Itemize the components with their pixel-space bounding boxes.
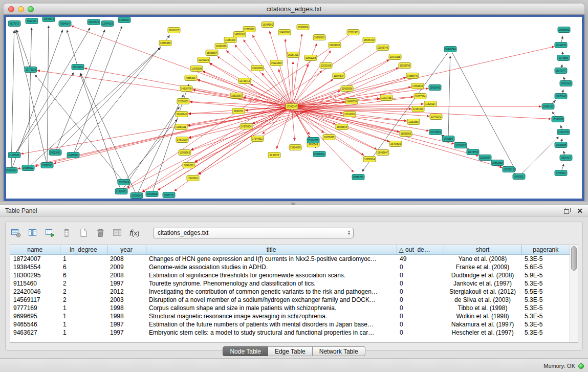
column-button[interactable] bbox=[60, 227, 73, 239]
graph-node[interactable]: 9554624 bbox=[59, 21, 71, 27]
delete-table-button[interactable] bbox=[94, 227, 106, 239]
graph-node[interactable]: 9546328 bbox=[183, 163, 195, 168]
graph-node[interactable]: 19013091 bbox=[49, 150, 61, 156]
network-canvas[interactable]: 1724034715123390169614251086128312021818… bbox=[6, 17, 582, 199]
table-select-dropdown[interactable]: citations_edges.txt ▲▼ bbox=[153, 228, 354, 238]
graph-node[interactable]: 16754836 bbox=[389, 141, 402, 147]
graph-node[interactable]: 12874019 bbox=[101, 21, 114, 27]
minimize-button[interactable] bbox=[18, 6, 24, 12]
graph-node[interactable]: 14636778 bbox=[180, 86, 192, 92]
graph-node[interactable]: 10196367 bbox=[454, 143, 467, 148]
graph-node[interactable]: 15820542 bbox=[429, 85, 441, 91]
table-scrollbar[interactable] bbox=[570, 245, 578, 342]
graph-node[interactable]: 15699310 bbox=[313, 151, 325, 157]
graph-node[interactable]: 11007537 bbox=[333, 73, 345, 79]
graph-node[interactable]: 10677514 bbox=[414, 94, 426, 99]
graph-node[interactable]: 12958564 bbox=[363, 157, 376, 162]
graph-node[interactable]: 9792556 bbox=[442, 136, 454, 142]
close-panel-icon[interactable]: ✕ bbox=[577, 208, 583, 214]
tab-network-table[interactable]: Network Table bbox=[313, 346, 365, 356]
graph-node[interactable]: 9886306 bbox=[185, 75, 197, 81]
graph-node[interactable]: 16959972 bbox=[67, 152, 79, 158]
table-row[interactable]: 946362711997Embryonic stem cells: a mode… bbox=[10, 329, 570, 337]
table-row[interactable]: 946554611997Estimation of the future num… bbox=[10, 320, 570, 329]
graph-node[interactable]: 14976160 bbox=[233, 32, 246, 37]
graph-node[interactable]: 19856757 bbox=[352, 174, 364, 180]
graph-node[interactable]: 11526114 bbox=[424, 101, 437, 107]
graph-node[interactable]: 8527973 bbox=[8, 21, 20, 27]
graph-node[interactable]: 15824090 bbox=[329, 42, 341, 48]
graph-node[interactable]: 16059395 bbox=[323, 135, 335, 140]
graph-node[interactable]: 15056804 bbox=[206, 50, 218, 56]
graph-node[interactable]: 10391209 bbox=[552, 117, 564, 122]
new-table-button[interactable] bbox=[77, 227, 90, 239]
column-header-short[interactable]: short bbox=[444, 245, 521, 255]
graph-node[interactable]: 14526000 bbox=[560, 81, 572, 86]
graph-node[interactable]: 9605775 bbox=[163, 192, 175, 198]
graph-node[interactable]: 7624504 bbox=[187, 176, 199, 181]
graph-node[interactable]: 12939304 bbox=[240, 124, 252, 129]
graph-node[interactable]: 12506746 bbox=[377, 45, 389, 51]
table-row[interactable]: 1872400712008Changes of HCN gene express… bbox=[10, 255, 570, 264]
graph-node[interactable]: 16344560 bbox=[262, 22, 274, 28]
column-header-out_degree[interactable]: △ out_de… bbox=[397, 245, 444, 255]
table-settings-button[interactable] bbox=[10, 227, 22, 239]
graph-node[interactable]: 15485647 bbox=[377, 150, 389, 156]
graph-node[interactable]: 16210009 bbox=[251, 65, 264, 71]
graph-node[interactable]: 15893959 bbox=[400, 131, 412, 137]
graph-node[interactable]: 12765022 bbox=[243, 27, 255, 32]
graph-node[interactable]: 12725712 bbox=[238, 78, 251, 84]
select-columns-button[interactable] bbox=[27, 227, 39, 239]
graph-node[interactable]: 23325434 bbox=[118, 180, 130, 185]
graph-node[interactable]: 9133378 bbox=[268, 152, 280, 158]
graph-node[interactable]: 17030598 bbox=[555, 142, 567, 148]
graph-node[interactable]: 10192573 bbox=[555, 42, 567, 48]
graph-node[interactable]: 16961425 bbox=[287, 52, 299, 58]
column-header-title[interactable]: title bbox=[146, 245, 397, 255]
graph-node[interactable]: 11279525 bbox=[8, 152, 20, 158]
graph-node[interactable]: 16208312 bbox=[313, 35, 325, 40]
graph-node[interactable]: 16778829 bbox=[429, 129, 442, 135]
zoom-button[interactable] bbox=[28, 6, 34, 12]
graph-node[interactable]: 9819424 bbox=[560, 155, 572, 161]
graph-node[interactable]: 6775632 bbox=[555, 170, 567, 176]
graph-node[interactable]: 11073755 bbox=[380, 95, 393, 101]
graph-node[interactable]: 10861283 bbox=[304, 55, 317, 61]
graph-node[interactable]: 15123390 bbox=[270, 60, 282, 66]
graph-node[interactable]: 19862583 bbox=[491, 160, 504, 166]
graph-node[interactable]: 10775536 bbox=[25, 67, 37, 73]
graph-node[interactable]: 14872009 bbox=[176, 137, 188, 143]
graph-node[interactable]: 17240347 bbox=[286, 104, 298, 110]
graph-node[interactable]: 11381111 bbox=[175, 124, 187, 130]
column-header-pagerank[interactable]: pagerank bbox=[521, 245, 570, 255]
graph-node[interactable]: 11152683 bbox=[407, 119, 420, 125]
graph-node[interactable]: 12610651 bbox=[177, 99, 189, 104]
graph-node[interactable]: 12242022 bbox=[198, 57, 210, 63]
graph-node[interactable]: 12161612 bbox=[412, 106, 424, 112]
scrollbar-thumb[interactable] bbox=[571, 246, 577, 271]
graph-node[interactable]: 16959974 bbox=[297, 25, 309, 30]
column-header-in_degree[interactable]: in_degree bbox=[60, 245, 107, 255]
graph-node[interactable]: 11073756 bbox=[467, 149, 479, 155]
window-titlebar[interactable]: citations_edges.txt bbox=[4, 4, 584, 15]
graph-node[interactable]: 17344532 bbox=[251, 136, 264, 142]
graph-node[interactable]: 18358260 bbox=[130, 193, 143, 199]
graph-node[interactable]: 19565683 bbox=[558, 27, 570, 33]
table-row[interactable]: 2242004622012Investigating the contribut… bbox=[10, 288, 570, 296]
close-button[interactable] bbox=[8, 6, 14, 12]
function-builder-button[interactable]: f(x) bbox=[128, 227, 140, 239]
table-row[interactable]: 1938455462009Genome-wide association stu… bbox=[10, 263, 570, 271]
graph-node[interactable]: 12021818 bbox=[320, 63, 332, 69]
graph-node[interactable]: 12958563 bbox=[179, 150, 191, 156]
graph-node[interactable]: 19965812 bbox=[22, 165, 34, 171]
graph-node[interactable]: 10553012 bbox=[503, 167, 515, 172]
graph-node[interactable]: 25260514 bbox=[6, 168, 17, 173]
graph-node[interactable]: 12876146 bbox=[555, 94, 567, 99]
graph-node[interactable]: 11283309 bbox=[224, 37, 236, 43]
table-row[interactable]: 1456911722003Disruption of a novel membe… bbox=[10, 296, 570, 304]
graph-node[interactable]: 15845844 bbox=[336, 124, 348, 130]
table-row[interactable]: 911546021997Tourette syndrome. Phenomeno… bbox=[10, 279, 570, 288]
graph-node[interactable]: 16282536 bbox=[215, 43, 227, 49]
table-row[interactable]: 1830029562008Estimation of significance … bbox=[10, 271, 570, 279]
tab-node-table[interactable]: Node Table bbox=[223, 346, 268, 356]
